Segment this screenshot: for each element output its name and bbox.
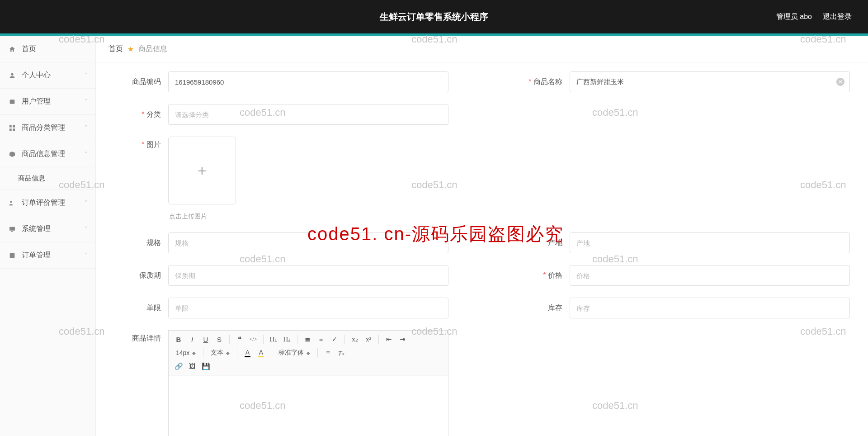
clear-icon[interactable]: ✕ — [836, 78, 844, 86]
system-icon — [8, 225, 16, 233]
svg-point-6 — [10, 201, 12, 203]
editor-body[interactable] — [169, 375, 448, 436]
main-content: 首页 ★ 商品信息 商品编码 商品名称 ✕ — [96, 36, 868, 436]
star-icon: ★ — [127, 45, 134, 53]
category-label: 分类 — [114, 110, 168, 119]
sidebar-label: 系统管理 — [22, 224, 51, 234]
sidebar-sub-product-info[interactable]: 商品信息 — [0, 167, 95, 190]
breadcrumb-current: 商品信息 — [138, 44, 167, 54]
chevron-down-icon: ˅ — [85, 99, 87, 105]
stock-input[interactable] — [570, 298, 850, 318]
upload-hint: 点击上传图片 — [169, 213, 236, 221]
sidebar-item-categories[interactable]: 商品分类管理 ˅ — [0, 115, 95, 141]
sidebar: 首页 个人中心 ˅ 用户管理 ˅ 商品分类管理 ˅ 商品信息管理 ˄ 商品信息 … — [0, 36, 96, 436]
sidebar-sub-label: 商品信息 — [18, 174, 45, 183]
plus-icon: + — [198, 162, 207, 180]
chevron-down-icon: ˅ — [85, 200, 87, 206]
h2-button[interactable]: H₂ — [281, 333, 293, 345]
code-button[interactable]: </> — [247, 333, 259, 345]
image-upload[interactable]: + — [168, 137, 236, 204]
h1-button[interactable]: H₁ — [267, 333, 280, 345]
save-button[interactable]: 💾 — [199, 360, 212, 372]
price-label: 价格 — [515, 271, 570, 280]
limit-label: 单限 — [114, 303, 168, 313]
italic-button[interactable]: I — [186, 333, 198, 345]
align-button[interactable]: ≡ — [321, 347, 334, 359]
sidebar-label: 订单评价管理 — [22, 198, 65, 208]
users-icon — [8, 98, 16, 106]
ol-button[interactable]: ≣ — [301, 333, 314, 345]
detail-label: 商品详情 — [114, 330, 168, 343]
sup-button[interactable]: x² — [362, 333, 375, 345]
svg-rect-7 — [9, 227, 15, 230]
sidebar-label: 商品信息管理 — [22, 149, 65, 159]
svg-point-0 — [11, 73, 13, 75]
check-button[interactable]: ✓ — [328, 333, 341, 345]
sidebar-item-products[interactable]: 商品信息管理 ˄ — [0, 141, 95, 167]
sub-button[interactable]: x₂ — [349, 333, 361, 345]
image-button[interactable]: 🖼 — [186, 360, 198, 372]
indent-button[interactable]: ⇥ — [396, 333, 409, 345]
sidebar-label: 订单管理 — [22, 251, 51, 260]
link-button[interactable]: 🔗 — [172, 360, 185, 372]
chevron-down-icon: ˅ — [85, 252, 87, 259]
bold-button[interactable]: B — [172, 333, 185, 345]
topbar: 生鲜云订单零售系统小程序 管理员 abo 退出登录 — [0, 0, 868, 33]
sidebar-label: 商品分类管理 — [22, 123, 65, 133]
order-icon — [8, 251, 16, 260]
breadcrumb: 首页 ★ 商品信息 — [96, 36, 868, 62]
origin-input[interactable] — [570, 232, 850, 253]
user-label[interactable]: 管理员 abo — [776, 12, 812, 22]
name-input[interactable] — [570, 71, 850, 92]
quote-button[interactable]: ❝ — [233, 333, 246, 345]
code-label: 商品编码 — [114, 77, 168, 87]
svg-rect-1 — [10, 100, 15, 104]
sidebar-item-home[interactable]: 首页 — [0, 36, 95, 62]
sidebar-item-profile[interactable]: 个人中心 ˅ — [0, 62, 95, 89]
sidebar-item-users[interactable]: 用户管理 ˅ — [0, 89, 95, 115]
chevron-down-icon: ˅ — [85, 72, 87, 79]
svg-rect-8 — [11, 231, 13, 232]
spec-input[interactable] — [168, 232, 448, 253]
image-label: 图片 — [114, 137, 168, 150]
shelf-label: 保质期 — [114, 271, 168, 280]
topbar-right: 管理员 abo 退出登录 — [776, 12, 852, 22]
sidebar-item-orders[interactable]: 订单管理 ˅ — [0, 242, 95, 269]
svg-rect-3 — [13, 125, 15, 128]
chevron-down-icon: ˅ — [85, 125, 87, 131]
shelf-input[interactable] — [168, 265, 448, 286]
stock-label: 库存 — [515, 303, 570, 313]
strike-button[interactable]: S — [213, 333, 226, 345]
svg-rect-4 — [9, 128, 12, 131]
category-select[interactable] — [168, 104, 448, 125]
user-icon — [8, 71, 16, 80]
sidebar-item-system[interactable]: 系统管理 ˅ — [0, 216, 95, 242]
box-icon — [8, 150, 16, 158]
price-input[interactable] — [570, 265, 850, 286]
grid-icon — [8, 124, 16, 132]
code-input[interactable] — [168, 71, 448, 92]
sidebar-item-reviews[interactable]: 订单评价管理 ˅ — [0, 190, 95, 216]
chevron-down-icon: ˅ — [85, 226, 87, 232]
sidebar-label: 首页 — [22, 44, 36, 54]
limit-input[interactable] — [168, 298, 448, 318]
spec-label: 规格 — [114, 238, 168, 248]
clear-button[interactable]: Tₓ — [335, 347, 348, 359]
fonttype-select[interactable]: 文本◆ — [207, 347, 233, 359]
fontsize-select[interactable]: 14px◆ — [172, 347, 199, 359]
svg-rect-5 — [13, 128, 15, 131]
name-label: 商品名称 — [515, 77, 570, 87]
product-form: 商品编码 商品名称 ✕ 分类 图片 — [96, 62, 868, 436]
color-button[interactable]: A — [241, 347, 254, 359]
ul-button[interactable]: ≡ — [315, 333, 327, 345]
bgcolor-button[interactable]: A — [255, 347, 267, 359]
chevron-up-icon: ˄ — [85, 151, 87, 157]
breadcrumb-home[interactable]: 首页 — [108, 44, 123, 54]
logout-link[interactable]: 退出登录 — [823, 12, 852, 22]
fontfamily-select[interactable]: 标准字体◆ — [275, 347, 314, 359]
outdent-button[interactable]: ⇤ — [382, 333, 395, 345]
svg-rect-2 — [9, 125, 12, 128]
underline-button[interactable]: U — [199, 333, 212, 345]
rich-editor: B I U S ❝ </> H₁ H₂ ≣ ≡ — [168, 330, 448, 436]
editor-toolbar: B I U S ❝ </> H₁ H₂ ≣ ≡ — [169, 331, 448, 375]
